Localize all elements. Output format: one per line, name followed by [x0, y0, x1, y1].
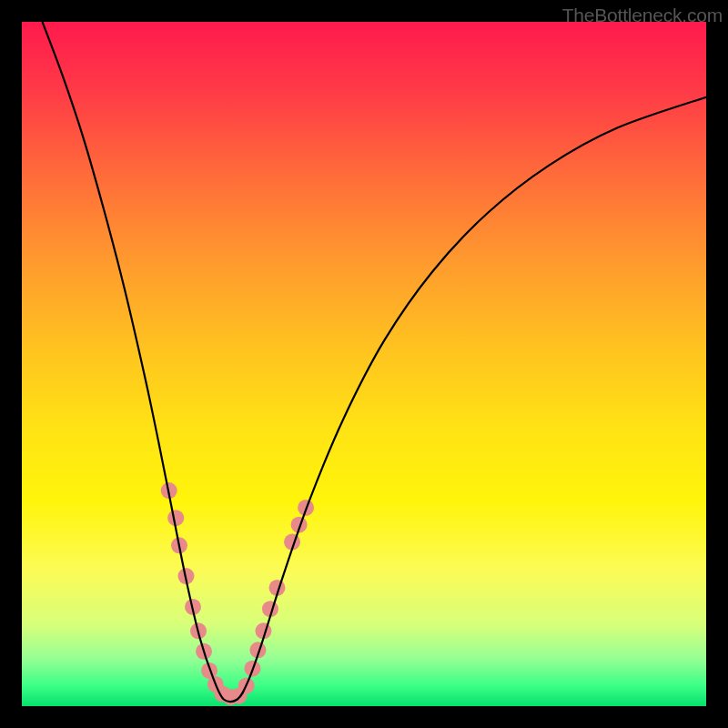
scatter-group [161, 482, 314, 705]
curve-layer [22, 22, 706, 706]
chart-container: TheBottleneck.com [0, 0, 728, 728]
bottleneck-curve [43, 22, 706, 702]
plot-area [22, 22, 706, 706]
